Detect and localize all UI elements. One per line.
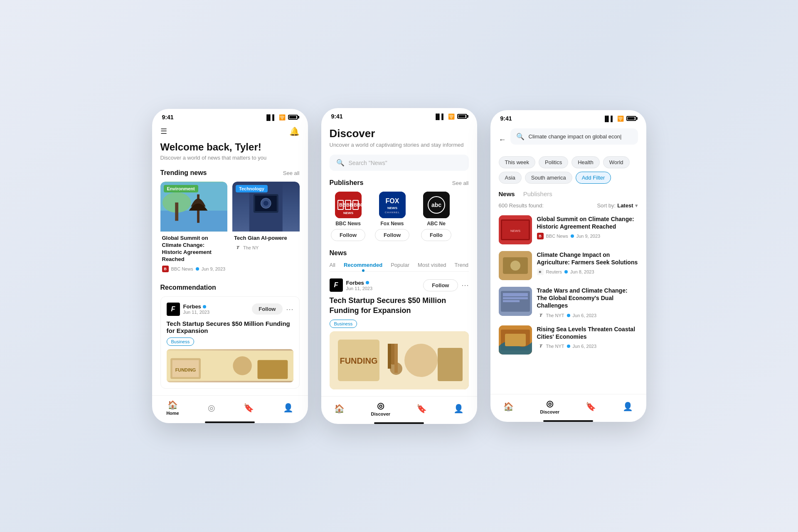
- nav-discover-2[interactable]: ◎ Discover: [371, 401, 390, 416]
- back-arrow[interactable]: ←: [499, 135, 506, 144]
- tab-most-visited[interactable]: Most visited: [418, 262, 446, 271]
- result-img-3: [499, 287, 532, 316]
- publisher-abc[interactable]: abc ABC Ne Follo: [418, 192, 455, 241]
- rec-card[interactable]: F Forbes Jun 11, 2023 Follow ⋯: [160, 296, 300, 389]
- nav-home-2[interactable]: 🏠: [334, 404, 345, 414]
- tab-publishers[interactable]: Publishers: [523, 190, 552, 197]
- follow-abc[interactable]: Follo: [421, 229, 451, 241]
- result-pub-4: The NYT: [546, 344, 564, 349]
- results-list: NEWS Global Summit on Climate Change: Hi…: [499, 215, 638, 355]
- bbc-logo-result: B: [537, 233, 544, 239]
- search-icon-discover: 🔍: [336, 159, 345, 167]
- rec-article-img: FUNDING: [167, 349, 293, 382]
- result-date-2: Jun 8, 2023: [570, 269, 594, 274]
- follow-bbc[interactable]: Follow: [331, 229, 365, 241]
- nav-bookmark-2[interactable]: 🔖: [416, 404, 427, 414]
- rec-tag-business: Business: [167, 337, 195, 346]
- tab-all[interactable]: All: [330, 262, 335, 271]
- nav-profile-1[interactable]: 👤: [283, 403, 293, 413]
- article-pub-date: Jun 11, 2023: [346, 286, 373, 291]
- nav-discover-1[interactable]: ◎: [208, 403, 215, 413]
- result-pub-1: BBC News: [546, 234, 568, 239]
- phone-home: 9:41 ▐▌▌ 🛜 ☰ 🔔 Welcome back, Tyler! Disc…: [152, 109, 308, 423]
- time-3: 9:41: [500, 115, 512, 122]
- filter-this-week[interactable]: This week: [499, 156, 536, 168]
- see-all-trending[interactable]: See all: [283, 170, 300, 176]
- tab-recommended[interactable]: Recommended: [344, 262, 382, 271]
- add-filter-button[interactable]: Add Filter: [576, 172, 611, 184]
- more-button-discover[interactable]: ⋯: [461, 281, 469, 290]
- rec-header-main: Recommendation: [160, 284, 300, 291]
- result-pub-3: The NYT: [546, 313, 564, 318]
- fox-logo-lg: FOX NEWS CHANNEL: [379, 192, 406, 218]
- search-placeholder-discover: Search "News": [349, 160, 387, 166]
- nav-bookmark-3[interactable]: 🔖: [586, 401, 596, 411]
- article-tag: Business: [330, 320, 357, 328]
- search-icon-3: 🔍: [516, 133, 525, 140]
- publisher-bbc[interactable]: BBC BBC BBC NEWS BBC News Follow: [330, 192, 367, 241]
- nav-profile-3[interactable]: 👤: [623, 401, 633, 411]
- svg-rect-15: [257, 360, 288, 379]
- tab-popular[interactable]: Popular: [391, 262, 409, 271]
- home-bar-3: [543, 420, 593, 422]
- trending-card-1[interactable]: Environment Global Summit on Climate Cha…: [160, 182, 228, 274]
- filter-asia[interactable]: Asia: [499, 172, 522, 184]
- svg-text:FUNDING: FUNDING: [175, 367, 196, 372]
- svg-text:FOX: FOX: [385, 197, 399, 204]
- result-item-2[interactable]: Climate Change Impact on Agriculture: Fa…: [499, 251, 638, 280]
- trending-title: Trending news: [160, 169, 207, 177]
- forbes-logo-2: F: [330, 278, 343, 292]
- home-bar-2: [374, 422, 424, 424]
- discover-subtitle: Uncover a world of captivating stories a…: [330, 142, 469, 148]
- follow-button-home[interactable]: Follow: [252, 303, 282, 315]
- more-button-home[interactable]: ⋯: [286, 305, 293, 314]
- result-item-4[interactable]: Rising Sea Levels Threaten Coastal Citie…: [499, 325, 638, 355]
- search-bar-active[interactable]: 🔍 Climate change impact on global econ|: [510, 128, 638, 145]
- card-meta-1: B BBC News Jun 9, 2023: [162, 266, 226, 272]
- card-title-1: Global Summit on Climate Change: Histori…: [162, 235, 226, 263]
- rec-title-main: Recommendation: [160, 284, 216, 291]
- nav-profile-2[interactable]: 👤: [453, 404, 464, 414]
- filter-politics[interactable]: Politics: [539, 156, 568, 168]
- bookmark-icon-2: 🔖: [416, 404, 427, 414]
- tab-news[interactable]: News: [499, 190, 515, 197]
- svg-rect-41: [391, 344, 394, 365]
- filter-world[interactable]: World: [603, 156, 630, 168]
- bell-icon[interactable]: 🔔: [289, 126, 300, 136]
- search-bar-discover[interactable]: 🔍 Search "News": [330, 155, 469, 171]
- result-content-2: Climate Change Impact on Agriculture: Fa…: [537, 251, 638, 275]
- nav-bookmark-1[interactable]: 🔖: [244, 403, 254, 413]
- funding-svg: FUNDING: [167, 349, 293, 382]
- home-bar-1: [205, 421, 255, 423]
- follow-fox[interactable]: Follow: [375, 229, 409, 241]
- card-title-2: Tech Gian AI-powere: [234, 235, 298, 242]
- navbar-1: ☰ 🔔: [160, 123, 300, 141]
- filter-south-america[interactable]: South america: [525, 172, 572, 184]
- result-item-3[interactable]: Trade Wars and Climate Change: The Globa…: [499, 287, 638, 319]
- tab-trend[interactable]: Trend: [455, 262, 468, 271]
- nav-home[interactable]: 🏠 Home: [166, 400, 179, 416]
- filter-health[interactable]: Health: [571, 156, 600, 168]
- svg-rect-38: [438, 348, 463, 381]
- follow-button-discover[interactable]: Follow: [423, 279, 458, 291]
- discover-icon-2: ◎: [377, 401, 384, 411]
- svg-rect-1: [160, 211, 228, 231]
- svg-point-37: [404, 344, 438, 377]
- sort-dropdown[interactable]: Sort by: Latest ▾: [597, 202, 638, 209]
- publisher-fox[interactable]: FOX NEWS CHANNEL Fox News Follow: [374, 192, 411, 241]
- hamburger-icon[interactable]: ☰: [160, 127, 167, 136]
- signal-icon-1: ▐▌▌: [265, 114, 276, 121]
- nav-discover-3[interactable]: ◎ Discover: [540, 399, 559, 414]
- welcome-heading: Welcome back, Tyler!: [160, 141, 300, 153]
- status-icons-3: ▐▌▌ 🛜: [603, 116, 636, 122]
- trending-card-2[interactable]: Technology Tech Gian AI-powere 𝕋 The NY: [232, 182, 300, 274]
- result-img-4: [499, 325, 532, 355]
- nav-home-3[interactable]: 🏠: [503, 401, 514, 411]
- filter-chips: This week Politics Health World Asia Sou…: [499, 156, 638, 184]
- see-all-publishers[interactable]: See all: [452, 180, 469, 186]
- search-row: ← 🔍 Climate change impact on global econ…: [499, 128, 638, 151]
- result-img-svg-1: NEWS: [499, 215, 532, 244]
- publishers-grid: BBC BBC BBC NEWS BBC News Follow: [330, 192, 469, 241]
- article-pub: F Forbes Jun 11, 2023: [330, 278, 373, 292]
- result-item-1[interactable]: NEWS Global Summit on Climate Change: Hi…: [499, 215, 638, 244]
